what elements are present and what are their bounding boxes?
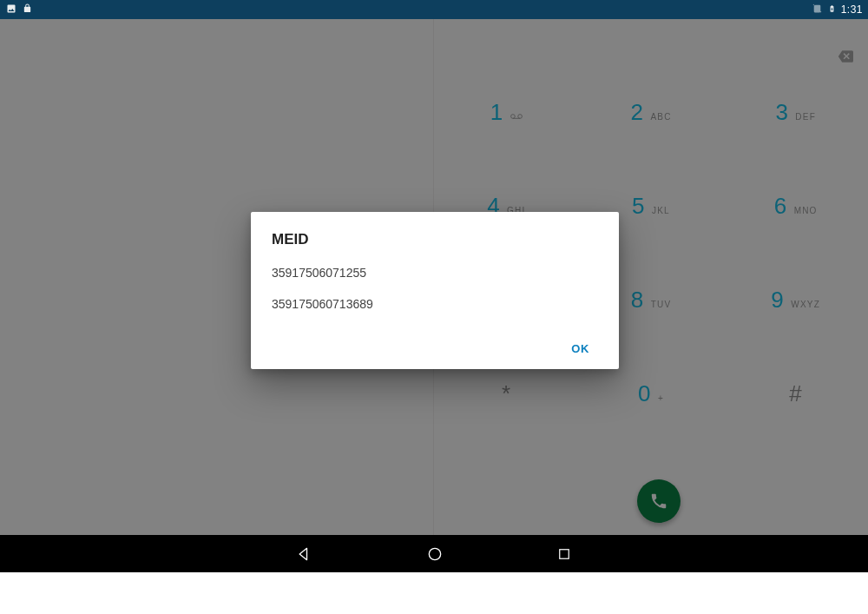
nav-back-button[interactable] [296,545,313,563]
status-clock: 1:31 [841,3,863,16]
meid-value-1: 35917506071255 [272,266,598,280]
lock-icon [23,3,32,17]
picture-icon [5,3,17,17]
ok-button[interactable]: OK [562,335,598,362]
navigation-bar [0,535,868,572]
meid-dialog: MEID 35917506071255 359175060713689 OK [251,212,619,369]
nav-home-button[interactable] [426,545,444,563]
dialog-title: MEID [272,231,598,248]
nav-recents-button[interactable] [556,546,572,562]
status-bar: 1:31 [0,0,868,19]
content-area: 1 2 ABC 3 DEF 4 GHI 5 [0,19,868,535]
meid-value-2: 359175060713689 [272,297,598,311]
battery-charging-icon [828,3,836,17]
svg-rect-4 [560,549,569,558]
no-sim-icon [812,3,823,17]
device-frame: 1:31 1 2 ABC [0,0,868,572]
svg-point-3 [429,548,440,559]
